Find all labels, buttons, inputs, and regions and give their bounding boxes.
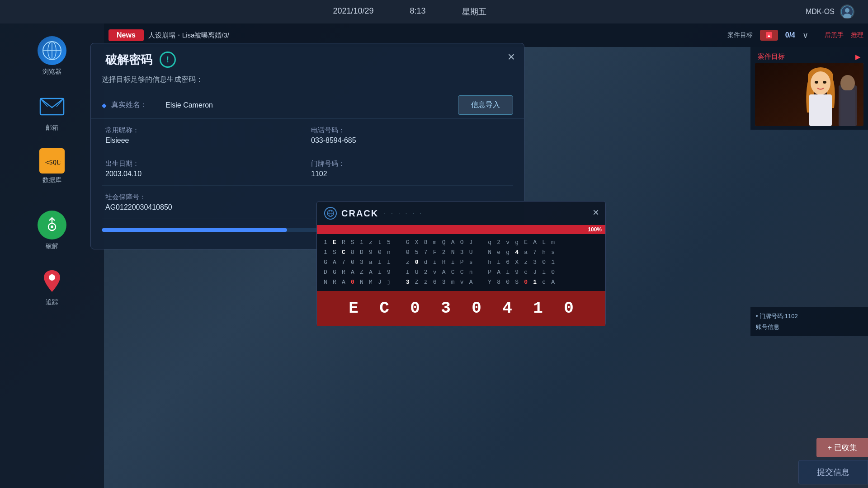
avatar <box>840 5 854 19</box>
svg-point-27 <box>840 75 855 91</box>
taskbar-day: 星期五 <box>462 6 486 17</box>
topbar-right: 案件目标 ▲ 0/4 ∨ 后黑手 推理 <box>727 30 863 41</box>
browser-label: 浏览器 <box>42 68 61 76</box>
result-char-0c: 0 <box>560 299 578 318</box>
reasoning-label[interactable]: 推理 <box>851 31 863 39</box>
right-panel: 案件目标 ▶ Elsie Cameron <box>750 47 868 130</box>
diamond-icon: ◆ <box>102 102 107 109</box>
door-info-row: • 门牌号码:1102 <box>756 311 863 322</box>
ssn-label: 社会保障号： <box>105 193 509 202</box>
phone-cell: 电话号码： 033-8594-685 <box>307 119 513 152</box>
target-label: 案件目标 <box>727 31 753 39</box>
birthday-cell: 出生日期： 2003.04.10 <box>102 152 307 186</box>
dialog-header: 破解密码 ! × <box>91 43 524 73</box>
expand-btn[interactable]: ∨ <box>802 30 808 40</box>
track-label: 追踪 <box>46 298 58 306</box>
svg-rect-25 <box>809 94 832 126</box>
browser-icon <box>38 36 66 65</box>
topbar-title: 人设崩塌・Lisa被曝离婚/3/ <box>148 31 727 40</box>
mail-label: 邮箱 <box>46 124 58 132</box>
birthday-label: 出生日期： <box>105 160 304 168</box>
nickname-value: Elsieee <box>105 136 304 145</box>
submit-btn[interactable]: 提交信息 <box>798 460 868 484</box>
db-label: 数据库 <box>42 176 61 184</box>
svg-point-1 <box>845 8 849 13</box>
taskbar-system: MDK-OS <box>806 8 835 16</box>
door-label: 门牌号码： <box>311 160 509 168</box>
taskbar-time: 8:13 <box>410 6 426 17</box>
villain-label: 后黑手 <box>825 31 844 39</box>
crack-progress-text: 100% <box>588 226 602 233</box>
account-info-row: 账号信息 <box>756 322 863 333</box>
real-name-label: 真实姓名： <box>111 100 165 110</box>
hack-icon <box>38 211 66 239</box>
character-image: Elsie Cameron <box>755 63 863 126</box>
sidebar-item-hack[interactable]: 破解 <box>38 211 66 250</box>
sidebar-item-mail[interactable]: 邮箱 <box>38 92 66 132</box>
import-btn[interactable]: 信息导入 <box>458 95 513 115</box>
crack-window: CRACK · · · · · · × 100% 1 E R S 1 z t 5… <box>316 201 606 326</box>
character-card: Elsie Cameron <box>754 63 864 126</box>
crack-matrix-row-3: G A 7 0 3 a l l z 0 d i R i P s h l 6 X … <box>322 258 600 267</box>
phone-label: 电话号码： <box>311 126 509 135</box>
dialog-subtitle: 选择目标足够的信息生成密码： <box>91 73 524 92</box>
info-icon: ! <box>160 52 176 68</box>
right-target-arrow[interactable]: ▶ <box>855 53 861 61</box>
result-char-1: 1 <box>529 299 547 318</box>
svg-rect-28 <box>840 90 855 126</box>
db-icon: <SQL> <box>39 148 65 174</box>
crack-matrix-row-4: D G R A Z A i 9 l U 2 v A C C n P A l 9 … <box>322 267 600 277</box>
svg-text:▲: ▲ <box>767 33 771 38</box>
result-char-c: C <box>375 299 393 318</box>
dialog-close-btn[interactable]: × <box>508 51 515 63</box>
crack-matrix-row-1: 1 E R S 1 z t 5 G X 8 m Q A O J q 2 v g … <box>322 238 600 248</box>
globe-icon <box>324 207 337 220</box>
door-cell: 门牌号码： 1102 <box>307 152 513 186</box>
phone-value: 033-8594-685 <box>311 136 509 145</box>
crack-title: CRACK <box>341 208 378 219</box>
crack-result: E C 0 3 0 4 1 0 <box>317 291 605 326</box>
crack-matrix: 1 E R S 1 z t 5 G X 8 m Q A O J q 2 v g … <box>317 234 605 291</box>
svg-text:<SQL>: <SQL> <box>45 159 61 166</box>
result-char-e: E <box>344 299 363 318</box>
crack-matrix-row-5: N R A 0 N M J j 3 Z z 6 3 m v A Y 8 0 S … <box>322 277 600 287</box>
svg-point-24 <box>823 81 826 84</box>
collected-badge[interactable]: + 已收集 <box>816 438 868 457</box>
sidebar-item-browser[interactable]: 浏览器 <box>38 36 66 76</box>
real-name-row: ◆ 真实姓名： Elsie Cameron 信息导入 <box>91 92 524 119</box>
real-name-value: Elsie Cameron <box>165 101 458 109</box>
sidebar-item-track[interactable]: 追踪 <box>38 267 66 306</box>
result-char-3: 3 <box>437 299 455 318</box>
crack-dots: · · · · · · <box>384 210 423 217</box>
nickname-label: 常用昵称： <box>105 126 304 135</box>
taskbar-right: MDK-OS <box>806 5 854 19</box>
target-badge[interactable]: ▲ <box>760 30 778 41</box>
dialog-progress-fill <box>102 228 287 232</box>
mail-icon <box>38 92 66 121</box>
crack-matrix-row-2: 1 S C 8 D 9 0 n 0 5 7 F 2 N 3 U N e g 4 … <box>322 248 600 258</box>
sidebar: 浏览器 邮箱 <SQL> 数据库 <box>0 23 104 488</box>
nickname-cell: 常用昵称： Elsieee <box>102 119 307 152</box>
crack-close-btn[interactable]: × <box>593 206 599 219</box>
right-bottom-info: • 门牌号码:1102 账号信息 <box>750 307 868 336</box>
progress-count: 0/4 <box>785 31 795 39</box>
result-char-0a: 0 <box>406 299 424 318</box>
sidebar-item-db[interactable]: <SQL> 数据库 <box>39 148 65 184</box>
svg-point-23 <box>815 81 818 84</box>
crack-progress-bar: 100% <box>317 225 605 234</box>
news-badge[interactable]: News <box>108 29 144 41</box>
svg-point-14 <box>51 225 53 228</box>
right-target-label: 案件目标 ▶ <box>754 51 864 63</box>
svg-point-15 <box>49 274 55 281</box>
result-char-4: 4 <box>498 299 516 318</box>
svg-point-22 <box>811 71 830 95</box>
birthday-value: 2003.04.10 <box>105 170 304 178</box>
crack-header: CRACK · · · · · · × <box>317 202 605 225</box>
result-char-0b: 0 <box>467 299 486 318</box>
taskbar: 2021/10/29 8:13 星期五 MDK-OS <box>0 0 868 23</box>
hack-label: 破解 <box>46 242 58 250</box>
door-value: 1102 <box>311 170 509 178</box>
taskbar-center: 2021/10/29 8:13 星期五 <box>333 6 486 17</box>
dialog-title: 破解密码 <box>105 52 152 68</box>
taskbar-date: 2021/10/29 <box>333 6 373 17</box>
